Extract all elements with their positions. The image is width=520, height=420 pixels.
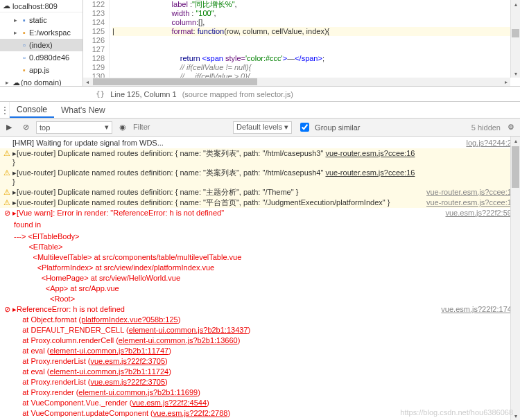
filter-input[interactable] [133, 121, 229, 134]
scroll-thumb-h[interactable] [93, 78, 257, 85]
drawer-tab[interactable]: What's New [54, 102, 112, 118]
message-text: [HMR] Waiting for update signal from WDS… [12, 139, 462, 148]
console-message[interactable]: ⊘▸[Vue warn]: Error in render: "Referenc… [0, 208, 520, 218]
context-selector[interactable]: top▾ [36, 121, 112, 134]
console-message[interactable]: ⚠▸[vue-router] Duplicate named routes de… [0, 168, 520, 187]
source-link[interactable]: element-ui.common.js?b2b1:11699 [78, 388, 198, 396]
console-message[interactable]: ⚠▸[vue-router] Duplicate named routes de… [0, 198, 520, 208]
tree-item[interactable]: ▫0.d980de46 [0, 51, 83, 64]
console-message[interactable]: at eval (element-ui.common.js?b2b1:11747… [0, 346, 520, 356]
group-similar-checkbox[interactable] [300, 123, 309, 132]
code-editor[interactable]: 122123124125126127128129130 label :"同比增长… [83, 0, 520, 86]
console-message[interactable]: ⚠▸[vue-router] Duplicate named routes de… [0, 148, 520, 168]
source-link[interactable]: element-ui.common.js?b2b1:13660 [119, 336, 238, 344]
console-message[interactable]: ---> <ElTableBody> [0, 231, 520, 242]
source-link[interactable]: vue-router.esm.js?ccee:16 [325, 168, 415, 177]
console-message[interactable]: at Object.format (platformIndex.vue?058b… [0, 315, 520, 325]
braces-icon[interactable]: {} [96, 89, 105, 98]
source-link[interactable]: vue.esm.js?22f2:4544 [132, 399, 207, 407]
gear-icon[interactable]: ⚙ [505, 123, 517, 132]
clear-console-icon[interactable]: ⊘ [19, 121, 32, 134]
scroll-up-icon[interactable]: ▴ [511, 137, 520, 145]
doc-icon: ▫ [19, 41, 29, 49]
message-text: ▸[vue-router] Duplicate named routes def… [12, 149, 516, 167]
source-link[interactable]: element-ui.common.js?b2b1:11747 [49, 347, 168, 355]
message-text: at Proxy.render (element-ui.common.js?b2… [1, 388, 516, 397]
editor-statusbar: {} Line 125, Column 1 (source mapped fro… [0, 87, 520, 102]
console-message[interactable]: <HomePage> at src/view/HelloWorld.vue [0, 273, 520, 283]
source-link[interactable]: vue.esm.js?22f2:2788 [153, 409, 228, 417]
console-message[interactable]: <Root> [0, 294, 520, 304]
source-link[interactable]: vue.esm.js?22f2:591 [441, 209, 516, 218]
console-message[interactable]: at Proxy.renderList (vue.esm.js?22f2:370… [0, 377, 520, 387]
breadcrumb-host: localhost:809 [12, 2, 58, 10]
doc-icon: ▫ [19, 53, 29, 62]
console-message[interactable]: <App> at src/App.vue [0, 283, 520, 294]
scroll-thumb[interactable] [512, 146, 519, 188]
message-text: <PlatformIndex> at src/view/index/platfo… [1, 263, 516, 272]
console-message[interactable]: at DEFAULT_RENDER_CELL (element-ui.commo… [0, 325, 520, 335]
console-output[interactable]: [HMR] Waiting for update signal from WDS… [0, 137, 520, 420]
console-message[interactable]: at Proxy.renderList (vue.esm.js?22f2:370… [0, 356, 520, 367]
drawer-tabs: ⋮ ConsoleWhat's New [0, 102, 520, 119]
message-text: ▸ReferenceError: h is not defined [12, 305, 437, 314]
source-link[interactable]: platformIndex.vue?058b:125 [81, 315, 177, 324]
source-link[interactable]: vue-router.esm.js?ccee:16 [422, 188, 516, 197]
console-message[interactable]: ⊘▸ReferenceError: h is not definedvue.es… [0, 304, 520, 315]
message-text: at eval (element-ui.common.js?b2b1:11747… [1, 347, 516, 356]
scroll-left-icon[interactable]: ◂ [83, 78, 92, 86]
scroll-up-icon[interactable]: ▴ [511, 0, 520, 8]
message-text: at Object.format (platformIndex.vue?058b… [1, 315, 516, 324]
scroll-down-icon[interactable]: ▾ [511, 69, 520, 78]
stepover-icon[interactable]: ▶ [3, 121, 15, 134]
js-icon: ▪ [19, 66, 29, 74]
console-message[interactable]: [HMR] Waiting for update signal from WDS… [0, 138, 520, 148]
tree-item[interactable]: ▪app.js [0, 64, 83, 76]
console-scrollbar[interactable]: ▴ ▾ [510, 137, 520, 420]
expand-arrow-icon: ▸ [11, 17, 19, 24]
source-link[interactable]: log.js?4244:23 [462, 139, 516, 148]
console-message[interactable]: <PlatformIndex> at src/view/index/platfo… [0, 263, 520, 273]
tree-item[interactable]: ▸▪static [0, 14, 83, 26]
tree-item-label: (index) [29, 41, 53, 49]
tree-item-label: (no domain) [21, 78, 62, 86]
tree-item[interactable]: ▸☁(no domain) [0, 76, 83, 86]
scroll-right-icon[interactable]: ▸ [502, 78, 510, 86]
message-text: found in [1, 220, 516, 229]
console-message[interactable]: <ElTable> [0, 242, 520, 252]
folder-blue-icon: ▪ [19, 16, 29, 24]
console-message[interactable]: at eval (element-ui.common.js?b2b1:11724… [0, 367, 520, 377]
drawer-menu-icon[interactable]: ⋮ [0, 102, 10, 118]
message-text: <ElTable> [1, 243, 516, 252]
console-message[interactable]: found in [0, 220, 520, 230]
source-link[interactable]: element-ui.common.js?b2b1:13437 [129, 326, 248, 334]
editor-scrollbar-horizontal[interactable]: ◂ ▸ [83, 78, 510, 86]
group-similar-label[interactable]: Group similar [315, 123, 360, 132]
source-link[interactable]: vue.esm.js?22f2:3705 [90, 378, 165, 386]
tree-item[interactable]: ▫(index) [0, 39, 83, 51]
expand-arrow-icon: ▸ [11, 29, 19, 36]
watermark: https://blog.csdn.net/hou6386068 [400, 408, 513, 417]
console-toolbar: ▶ ⊘ top▾ ◉ Default levels ▾ Group simila… [0, 119, 520, 137]
console-message[interactable]: at Proxy.render (element-ui.common.js?b2… [0, 387, 520, 398]
log-levels-selector[interactable]: Default levels ▾ [233, 121, 292, 134]
source-link[interactable]: vue.esm.js?22f2:1741 [437, 305, 516, 314]
drawer-tab[interactable]: Console [10, 102, 54, 118]
code-area[interactable]: label :"同比增长%", width : "100", column:[]… [110, 0, 520, 86]
source-link[interactable]: vue-router.esm.js?ccee:16 [422, 198, 516, 207]
source-link[interactable]: element-ui.common.js?b2b1:11724 [49, 367, 168, 376]
message-text: at eval (element-ui.common.js?b2b1:11724… [1, 367, 516, 376]
tree-item[interactable]: ▸▪E:/workspac [0, 26, 83, 39]
console-message[interactable]: at Proxy.column.renderCell (element-ui.c… [0, 335, 520, 346]
breadcrumb[interactable]: ☁ localhost:809 [0, 0, 83, 12]
hidden-count[interactable]: 5 hidden [471, 123, 501, 132]
console-message[interactable]: <MultilevelTable> at src/components/tabl… [0, 252, 520, 263]
source-link[interactable]: vue.esm.js?22f2:3705 [90, 357, 165, 365]
source-link[interactable]: vue-router.esm.js?ccee:16 [325, 149, 415, 157]
console-message[interactable]: ⚠▸[vue-router] Duplicate named routes de… [0, 187, 520, 198]
console-message[interactable]: at VueComponent.Vue._render (vue.esm.js?… [0, 398, 520, 408]
eye-icon[interactable]: ◉ [116, 121, 129, 134]
scroll-thumb[interactable] [512, 29, 519, 37]
warn-icon: ⚠ [1, 188, 12, 197]
editor-scrollbar-vertical[interactable]: ▴ ▾ [510, 0, 520, 78]
